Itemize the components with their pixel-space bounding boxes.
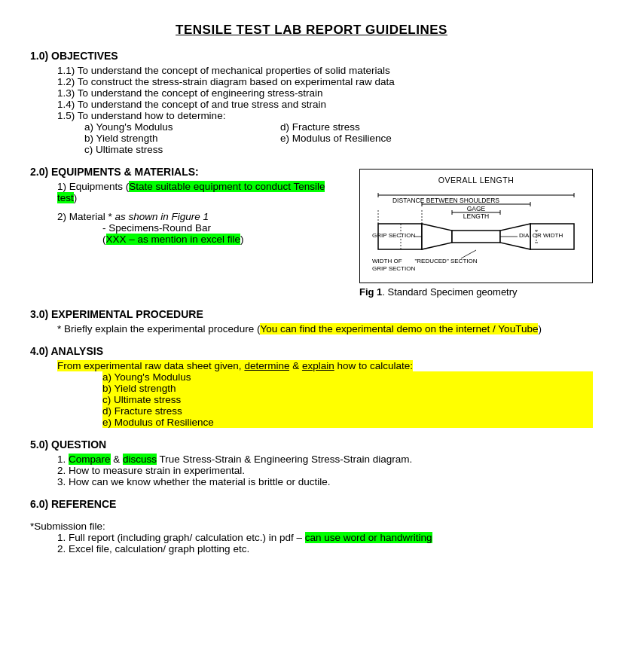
submission-item-2: 2. Excel file, calculation/ graph plotti… (57, 543, 593, 554)
question-item-2: 2. How to measure strain in experimental… (57, 465, 593, 476)
fig-caption-text: . Standard Specimen geometry (382, 286, 517, 298)
obj-item-3: 1.3) To understand the concept of engine… (57, 87, 593, 99)
procedure-prefix: * Briefly explain the experimental proce… (57, 323, 260, 334)
equipment-item2-highlight: XXX – as mention in excel file (106, 234, 241, 245)
svg-text:GRIP SECTION: GRIP SECTION (372, 265, 415, 272)
obj-item-2: 1.2) To construct the stress-strain diag… (57, 76, 593, 87)
svg-text:DIA. OR WIDTH: DIA. OR WIDTH (519, 232, 563, 239)
objectives-heading: 1.0) OBJECTIVES (30, 50, 593, 62)
section-procedure: 3.0) EXPERIMENTAL PROCEDURE * Briefly ex… (30, 308, 593, 334)
q1-suffix: True Stress-Strain & Engineering Stress-… (157, 454, 412, 465)
fig-caption-bold: Fig 1 (359, 286, 382, 298)
reference-heading: 6.0) REFERENCE (30, 498, 593, 510)
procedure-highlight: You can find the experimental demo on th… (260, 323, 538, 334)
analysis-items: a) Young's Modulus b) Yield strength c) … (102, 371, 593, 428)
section-submission: *Submission file: 1. Full report (includ… (30, 521, 593, 554)
submission-items: 1. Full report (including graph/ calcula… (57, 532, 593, 554)
svg-text:WIDTH OF: WIDTH OF (372, 258, 402, 264)
analysis-item-b: b) Yield strength (102, 383, 593, 394)
analysis-highlight2: explain (302, 360, 334, 371)
equipment-item2-line2: - Specimens-Round Bar (102, 222, 344, 234)
question-heading: 5.0) QUESTION (30, 438, 593, 451)
question-content: 1. Compare & discuss True Stress-Strain … (57, 454, 593, 487)
equipment-item2-line3: (XXX – as mention in excel file) (102, 234, 344, 245)
svg-text:DISTANCE BETWEEN SHOULDERS: DISTANCE BETWEEN SHOULDERS (392, 197, 499, 204)
sub-item1-highlight: can use word or handwriting (305, 532, 432, 543)
analysis-item-e: e) Modulus of Resilience (102, 417, 593, 428)
svg-rect-15 (452, 231, 500, 243)
sub-list-left: a) Young's Modulus b) Yield strength c) … (84, 121, 235, 155)
sub-b: b) Yield strength (84, 133, 235, 144)
analysis-intro: From experimental raw data sheet given, … (57, 360, 593, 371)
equipment-item1-prefix: 1) Equipments ( (57, 181, 129, 192)
analysis-highlight1: determine (244, 360, 289, 371)
equipment-left: 2.0) EQUIPMENTS & MATERIALS: 1) Equipmen… (30, 166, 344, 245)
q1-compare: Compare (69, 454, 111, 465)
svg-text:GAGE: GAGE (467, 205, 486, 212)
objectives-sub-list: a) Young's Modulus b) Yield strength c) … (84, 121, 593, 155)
equipment-item2-line1: 2) Material * (57, 211, 115, 222)
section-analysis: 4.0) ANALYSIS From experimental raw data… (30, 345, 593, 428)
sub-item1-prefix: 1. Full report (including graph/ calcula… (57, 532, 305, 543)
diagram-overall-length: OVERALL LENGTH (368, 176, 585, 185)
section-equipment: 2.0) EQUIPMENTS & MATERIALS: 1) Equipmen… (30, 166, 593, 298)
procedure-content: * Briefly explain the experimental proce… (57, 323, 593, 334)
sub-a: a) Young's Modulus (84, 121, 235, 133)
analysis-heading: 4.0) ANALYSIS (30, 345, 593, 357)
sub-c: c) Ultimate stress (84, 144, 235, 155)
equipment-item2-paren-close: ) (240, 234, 244, 245)
analysis-intro-prefix: From experimental raw data sheet given, (57, 360, 244, 371)
section-objectives: 1.0) OBJECTIVES 1.1) To understand the c… (30, 50, 593, 155)
svg-text:"REDUCED" SECTION: "REDUCED" SECTION (414, 258, 477, 264)
section-question: 5.0) QUESTION 1. Compare & discuss True … (30, 438, 593, 487)
obj-item-5: 1.5) To understand how to determine: (57, 110, 593, 121)
analysis-item-a: a) Young's Modulus (102, 371, 593, 383)
svg-text:GRIP SECTION: GRIP SECTION (372, 232, 415, 239)
fig-caption: Fig 1. Standard Specimen geometry (359, 286, 593, 298)
equipment-items: 1) Equipments (State suitable equipment … (57, 181, 344, 245)
analysis-intro-middle: & (289, 360, 302, 371)
analysis-content: From experimental raw data sheet given, … (57, 360, 593, 428)
sub-d: d) Fracture stress (280, 121, 431, 133)
equipment-item1: 1) Equipments (State suitable equipment … (57, 181, 344, 203)
svg-text:LENGTH: LENGTH (463, 212, 489, 220)
page-title: TENSILE TEST LAB REPORT GUIDELINES (30, 23, 593, 38)
submission-item-1: 1. Full report (including graph/ calcula… (57, 532, 593, 543)
sub-list-right: d) Fracture stress e) Modulus of Resilie… (280, 121, 431, 155)
submission-heading: *Submission file: (30, 521, 593, 532)
equipment-item2: 2) Material * as shown in Figure 1 (57, 211, 344, 222)
specimen-svg: DISTANCE BETWEEN SHOULDERS GAGE LENGTH (371, 188, 582, 278)
question-item-1: 1. Compare & discuss True Stress-Strain … (57, 454, 593, 465)
sub-e: e) Modulus of Resilience (280, 133, 431, 144)
equipment-item2-italic: as shown in Figure 1 (115, 211, 209, 222)
q1-mid1: & (111, 454, 124, 465)
analysis-item-d: d) Fracture stress (102, 405, 593, 417)
analysis-item-c: c) Ultimate stress (102, 394, 593, 405)
obj-item-1: 1.1) To understand the concept of mechan… (57, 65, 593, 76)
section-reference: 6.0) REFERENCE (30, 498, 593, 510)
svg-marker-14 (422, 224, 452, 249)
objectives-content: 1.1) To understand the concept of mechan… (57, 65, 593, 155)
procedure-heading: 3.0) EXPERIMENTAL PROCEDURE (30, 308, 593, 320)
equipment-right: OVERALL LENGTH DISTANCE BETWEEN SHOULDER… (359, 166, 593, 298)
q1-prefix: 1. (57, 454, 69, 465)
equipment-item2-paren-open: ( (102, 234, 106, 245)
equipment-heading: 2.0) EQUIPMENTS & MATERIALS: (30, 166, 344, 178)
q1-discuss: discuss (123, 454, 157, 465)
specimen-diagram: OVERALL LENGTH DISTANCE BETWEEN SHOULDER… (359, 169, 593, 283)
analysis-intro-suffix: how to calculate: (334, 360, 413, 371)
equipment-layout: 2.0) EQUIPMENTS & MATERIALS: 1) Equipmen… (30, 166, 593, 298)
question-item-3: 3. How can we know whether the material … (57, 476, 593, 487)
equipment-item1-suffix: ) (74, 192, 78, 203)
obj-item-4: 1.4) To understand the concept of and tr… (57, 99, 593, 110)
procedure-suffix: ) (538, 323, 542, 334)
